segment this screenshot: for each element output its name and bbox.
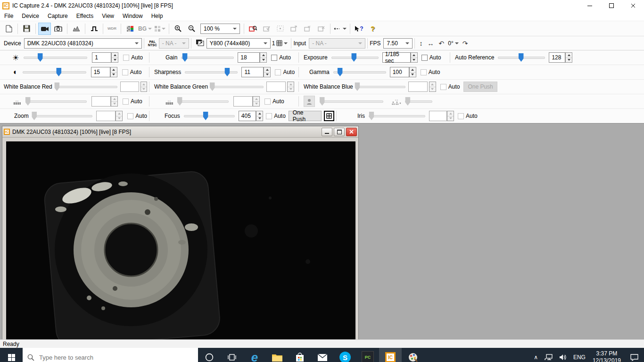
focus-auto-checkbox: Auto: [266, 113, 286, 119]
taskbar-search[interactable]: [23, 348, 198, 362]
wb-auto-checkbox: Auto: [440, 83, 460, 90]
tray-language[interactable]: ENG: [570, 348, 589, 362]
context-help-button[interactable]: ?: [353, 23, 365, 35]
zoom-in-button[interactable]: [172, 23, 184, 35]
ic-capture-icon: IC: [385, 352, 396, 362]
search-input[interactable]: [38, 354, 163, 362]
close-button[interactable]: [622, 0, 644, 11]
device-combo[interactable]: DMK 22AUC03 (4810324): [24, 38, 142, 49]
tray-chevron-up[interactable]: ∧: [530, 348, 541, 362]
chevron-down-icon: [148, 28, 152, 30]
gain-auto-checkbox[interactable]: Auto: [271, 54, 291, 61]
snapshot-button[interactable]: [52, 23, 65, 35]
close-icon: [630, 3, 636, 8]
gain-value[interactable]: 18: [238, 52, 260, 63]
taskbar-mail[interactable]: [311, 348, 334, 362]
task-view-button[interactable]: [221, 348, 243, 362]
rotate-right-icon[interactable]: ↷: [460, 40, 471, 47]
fps-combo[interactable]: 7.50: [383, 38, 413, 49]
help-button[interactable]: ?: [366, 23, 379, 35]
contrast-spinner[interactable]: [110, 67, 117, 77]
taskbar-edge[interactable]: e: [243, 348, 266, 362]
flip-horizontal-icon[interactable]: ↔: [425, 40, 436, 47]
menu-view[interactable]: View: [98, 11, 118, 21]
focus-one-push-button[interactable]: One Push: [289, 111, 322, 121]
save-button[interactable]: [20, 23, 33, 35]
video-format-combo[interactable]: Y800 (744x480): [206, 38, 271, 49]
tray-volume[interactable]: [556, 348, 570, 362]
edge-icon: e: [251, 351, 258, 362]
gamma-value[interactable]: 100: [390, 67, 409, 77]
focus-spinner[interactable]: [256, 111, 263, 121]
menu-help[interactable]: Help: [147, 11, 167, 21]
taskbar-skype[interactable]: S: [334, 348, 356, 362]
sharpness-slider[interactable]: [185, 67, 238, 77]
live-display-titlebar[interactable]: IC DMK 22AUC03 (4810324) [100%] [live] […: [2, 126, 358, 138]
new-document-button[interactable]: [2, 23, 15, 35]
zoom-out-button[interactable]: [185, 23, 198, 35]
contrast-icon: ◐: [13, 68, 18, 76]
camera-properties-panel: ☀ 1 Auto Gain 18 Auto Exposure 1/185 sec: [0, 50, 644, 123]
zoom-level-combo[interactable]: 100 %: [200, 24, 240, 34]
child-minimize-button[interactable]: [322, 128, 332, 136]
brightness-icon: ☀: [12, 53, 19, 62]
live-display-window[interactable]: IC DMK 22AUC03 (4810324) [100%] [live] […: [2, 126, 359, 339]
taskbar-pycharm[interactable]: PC: [356, 348, 379, 362]
tray-clock[interactable]: 3:37 PM 12/13/2019: [589, 350, 625, 362]
focus-value[interactable]: 405: [239, 111, 256, 121]
menu-file[interactable]: File: [0, 11, 17, 21]
auto-reference-slider[interactable]: [498, 52, 545, 63]
menu-device[interactable]: Device: [17, 11, 43, 21]
contrast-slider[interactable]: [23, 67, 86, 77]
denoise-icon: ↔: [392, 98, 401, 105]
trigger-button[interactable]: [88, 23, 100, 35]
exposure-slider[interactable]: [331, 52, 379, 63]
histogram-button[interactable]: [70, 23, 83, 35]
menu-window[interactable]: Window: [118, 11, 147, 21]
restore-button[interactable]: [601, 0, 622, 11]
bayer-pattern-button[interactable]: [124, 23, 136, 35]
focus-slider[interactable]: [184, 111, 235, 121]
zoom-selection-button[interactable]: [247, 23, 259, 35]
taskbar-store[interactable]: [289, 348, 311, 362]
action-center-button[interactable]: [625, 348, 644, 362]
brightness-spinner[interactable]: [111, 52, 118, 63]
menu-capture[interactable]: Capture: [43, 11, 72, 21]
contrast-auto-checkbox: Auto: [122, 69, 142, 75]
device-label: Device: [4, 40, 21, 47]
taskbar-file-explorer[interactable]: [266, 348, 289, 362]
focus-area-button[interactable]: [324, 111, 334, 121]
binning-dropdown[interactable]: 1: [271, 38, 289, 49]
exposure-value[interactable]: 1/185 sec: [382, 52, 411, 63]
rotate-left-icon[interactable]: ↶: [436, 40, 446, 47]
tray-network[interactable]: [541, 348, 556, 362]
gamma-spinner[interactable]: [409, 67, 416, 77]
app-logo-icon: IC: [4, 129, 10, 135]
taskbar-ic-capture[interactable]: IC: [379, 348, 402, 362]
sharpness-value[interactable]: 11: [241, 67, 264, 77]
brightness-value[interactable]: 1: [92, 52, 111, 63]
brightness-slider[interactable]: [24, 52, 87, 63]
gain-spinner[interactable]: [260, 52, 267, 63]
live-video-button[interactable]: [38, 23, 51, 35]
auto-reference-spinner[interactable]: [565, 52, 572, 63]
iris-label: Iris: [357, 113, 365, 119]
wb-blue-value: [408, 82, 428, 92]
child-restore-button[interactable]: [334, 128, 345, 136]
exposure-auto-checkbox[interactable]: Auto: [421, 54, 441, 61]
menu-effects[interactable]: Effects: [72, 11, 98, 21]
cortana-button[interactable]: [198, 348, 221, 362]
gamma-slider[interactable]: [333, 67, 386, 77]
child-close-button[interactable]: [346, 128, 357, 136]
exposure-spinner[interactable]: [411, 52, 418, 63]
sharpness-spinner[interactable]: [264, 67, 271, 77]
rotation-dropdown[interactable]: 0°: [446, 38, 460, 49]
undo-zoom-dropdown[interactable]: [332, 23, 348, 34]
minimize-button[interactable]: [579, 0, 601, 11]
gain-slider[interactable]: [181, 52, 234, 63]
flip-vertical-icon[interactable]: ↕: [417, 40, 425, 47]
contrast-value[interactable]: 15: [91, 67, 110, 77]
auto-reference-value[interactable]: 128: [549, 52, 565, 63]
start-button[interactable]: [0, 348, 23, 362]
taskbar-paint[interactable]: [402, 348, 424, 362]
